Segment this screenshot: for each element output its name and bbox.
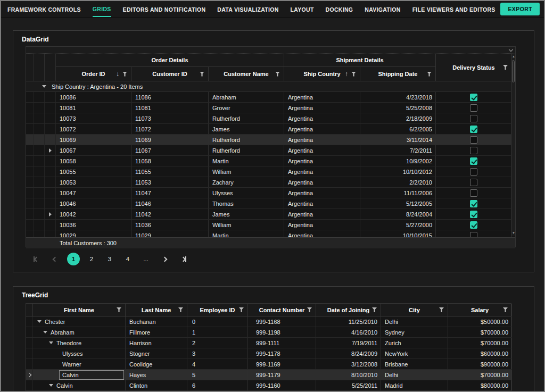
delivery-checkbox[interactable] <box>470 157 477 165</box>
delivery-checkbox[interactable] <box>470 136 477 144</box>
pager-prev-button[interactable] <box>48 252 62 266</box>
export-button[interactable]: EXPORT <box>500 3 540 15</box>
column-header-order-id[interactable]: Order ID ↓ <box>56 67 131 81</box>
nav-item-data-visualization[interactable]: DATA VISUALIZATION <box>217 2 278 16</box>
grid-toolbar-collapse-icon[interactable] <box>509 47 513 52</box>
filter-icon[interactable] <box>503 307 508 312</box>
filter-icon[interactable] <box>372 307 377 312</box>
column-label: Order ID <box>81 71 105 77</box>
pager-page-4[interactable]: 4 <box>121 253 134 265</box>
table-row[interactable]: 10036 11036 William Argentina 5/27/2000 <box>26 220 515 230</box>
delivery-checkbox[interactable] <box>470 147 477 154</box>
filter-icon[interactable] <box>307 307 312 312</box>
filter-icon[interactable] <box>503 65 508 70</box>
filter-icon[interactable] <box>239 307 244 312</box>
nav-item-file-viewers-and-editors[interactable]: FILE VIEWERS AND EDITORS <box>412 2 496 16</box>
pager-page-3[interactable]: 3 <box>103 253 116 265</box>
filter-icon[interactable] <box>178 307 183 312</box>
column-header-city[interactable]: City <box>381 304 448 316</box>
tree-row-selected[interactable]: Calvin Hayes 5 999-1179 8/10/2010 Delhi … <box>26 370 511 380</box>
table-row[interactable]: 10067 11067 Rutherford Argentina 7/2/201… <box>26 145 515 156</box>
filter-icon[interactable] <box>275 72 280 77</box>
group-caption-row[interactable]: Ship Country : Argentina - 20 Items <box>26 81 515 92</box>
collapse-node-icon[interactable] <box>37 320 42 323</box>
expand-row-icon[interactable] <box>49 212 52 216</box>
column-header-delivery-status[interactable]: Delivery Status <box>436 54 512 81</box>
table-row[interactable]: 10073 11073 Rutherford Argentina 2/18/20… <box>26 113 515 124</box>
filter-icon[interactable] <box>200 72 204 77</box>
table-row[interactable]: 10047 11047 Ulysses Argentina 11/11/2006 <box>26 188 515 198</box>
tree-row[interactable]: Ulysses Stogner 3 999-1178 8/24/2009 New… <box>26 348 511 359</box>
delivery-checkbox[interactable] <box>470 179 477 186</box>
column-header-employee-id[interactable]: Employee ID <box>187 304 248 316</box>
pager-last-button[interactable] <box>177 252 191 266</box>
table-row[interactable]: 10086 11086 Abraham Argentina 4/23/2018 <box>26 92 515 103</box>
pager-page-1[interactable]: 1 <box>67 253 80 265</box>
grid-toolbar-strip[interactable] <box>26 47 515 54</box>
table-row[interactable]: 10042 11042 James Argentina 8/24/2004 <box>26 209 515 220</box>
first-name-edit-cell[interactable]: Calvin <box>59 370 124 380</box>
nav-item-editors-and-notification[interactable]: EDITORS AND NOTIFICATION <box>123 2 206 16</box>
scroll-down-icon[interactable]: ▼ <box>512 231 515 235</box>
tree-row[interactable]: Calvin Clinton 6 999-1160 5/25/2011 Madr… <box>26 380 511 391</box>
nav-item-docking[interactable]: DOCKING <box>326 2 353 16</box>
tree-row[interactable]: Theodore Harrison 2 999-1111 7/19/2011 Z… <box>26 338 511 348</box>
scrollbar-thumb[interactable] <box>512 60 515 82</box>
delivery-checkbox[interactable] <box>470 221 477 229</box>
filter-icon[interactable] <box>351 72 356 77</box>
column-header-contact-number[interactable]: Contact Number <box>248 304 316 316</box>
filter-icon[interactable] <box>427 72 432 77</box>
cell-contact-number: 999-1111 <box>248 338 316 348</box>
collapse-group-icon[interactable] <box>42 85 46 88</box>
delivery-checkbox[interactable] <box>470 200 477 207</box>
table-row[interactable]: 10055 11055 William Argentina 10/10/2012 <box>26 166 515 177</box>
table-row[interactable]: 10029 11029 Martin Argentina 10/10/2015 <box>26 230 515 237</box>
nav-item-grids[interactable]: GRIDS <box>93 1 111 17</box>
nav-item-framework-controls[interactable]: FRAMEWORK CONTROLS <box>7 2 81 16</box>
table-row[interactable]: 10058 11058 Martin Argentina 10/9/2002 <box>26 156 515 166</box>
delivery-checkbox[interactable] <box>470 211 477 218</box>
cell-shipping-date: 5/12/2005 <box>360 198 436 208</box>
delivery-checkbox[interactable] <box>470 232 477 238</box>
pager-page-2[interactable]: 2 <box>85 253 98 265</box>
nav-item-navigation[interactable]: NAVIGATION <box>365 2 400 16</box>
filter-icon[interactable] <box>122 72 127 77</box>
table-row-selected[interactable]: 10069 11069 Rutherford Argentina 3/11/20… <box>26 135 515 145</box>
column-header-first-name[interactable]: First Name <box>33 304 126 316</box>
cell-first-name-editing[interactable]: Calvin <box>33 370 126 380</box>
cell-customer-name: Abraham <box>209 92 284 102</box>
column-header-ship-country[interactable]: Ship Country ↑ <box>284 67 360 81</box>
tree-row[interactable]: Abraham Fillmore 1 999-1198 4/16/2010 Sy… <box>26 327 511 338</box>
column-header-customer-id[interactable]: Customer ID <box>131 67 209 81</box>
filter-icon[interactable] <box>439 307 444 312</box>
delivery-checkbox[interactable] <box>470 189 477 197</box>
table-row[interactable]: 10081 11081 Grover Argentina 5/25/2008 <box>26 103 515 113</box>
column-header-shipping-date[interactable]: Shipping Date <box>360 67 436 81</box>
pager-next-button[interactable] <box>158 252 171 266</box>
delivery-checkbox[interactable] <box>470 126 477 133</box>
table-row[interactable]: 10046 11046 Thomas Argentina 5/12/2005 <box>26 198 515 209</box>
delivery-checkbox[interactable] <box>470 115 477 122</box>
expand-row-icon[interactable] <box>49 148 52 153</box>
pager-ellipsis[interactable]: ... <box>139 253 152 265</box>
collapse-node-icon[interactable] <box>43 331 47 333</box>
tree-row[interactable]: Warner Coolidge 4 999-1169 3/12/2008 Bri… <box>26 359 511 370</box>
delivery-checkbox[interactable] <box>470 94 477 101</box>
delivery-checkbox[interactable] <box>470 168 477 176</box>
column-header-customer-name[interactable]: Customer Name <box>209 67 284 81</box>
delivery-checkbox[interactable] <box>470 104 477 112</box>
column-header-last-name[interactable]: Last Name <box>126 304 187 316</box>
table-row[interactable]: 10072 11072 James Argentina 6/2/2005 <box>26 124 515 135</box>
cell-salary: $90000.00 <box>448 359 512 369</box>
tree-row[interactable]: Chester Buchanan 0 999-1168 11/25/2010 D… <box>26 316 511 327</box>
collapse-node-icon[interactable] <box>49 341 53 344</box>
table-row[interactable]: 10053 11053 Zachary Argentina 2/2/2010 <box>26 177 515 188</box>
column-header-salary[interactable]: Salary <box>448 304 512 316</box>
pager-first-button[interactable] <box>29 252 43 266</box>
vertical-scrollbar[interactable]: ▲ ▼ <box>511 54 515 236</box>
scroll-up-icon[interactable]: ▲ <box>512 55 515 58</box>
column-header-date-of-joining[interactable]: Date of Joining <box>316 304 381 316</box>
filter-icon[interactable] <box>117 307 121 312</box>
collapse-node-icon[interactable] <box>49 384 53 387</box>
nav-item-layout[interactable]: LAYOUT <box>291 2 314 16</box>
